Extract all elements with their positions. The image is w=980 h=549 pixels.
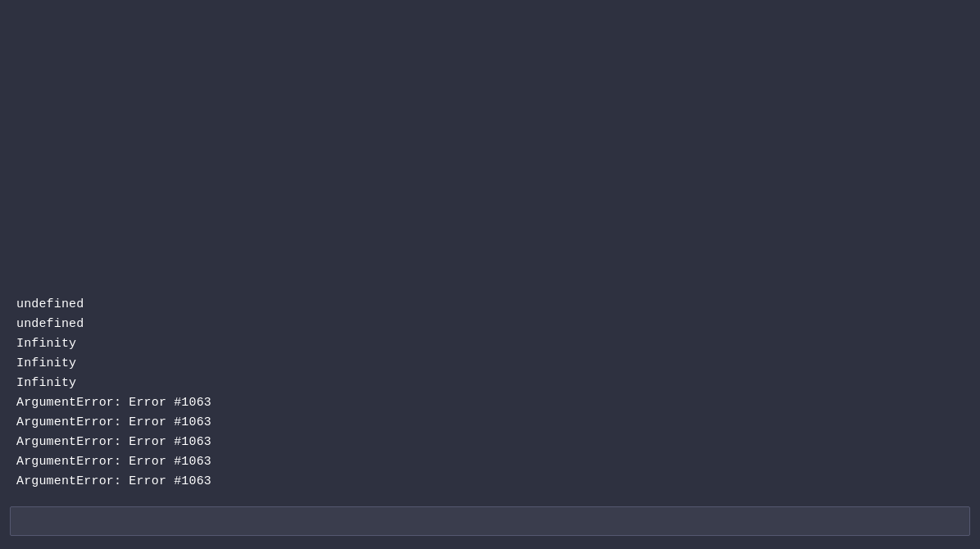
console-line: undefined — [16, 295, 964, 315]
console-line: ArgumentError: Error #1063 — [16, 433, 964, 452]
console-input[interactable] — [17, 515, 963, 528]
console-line: ArgumentError: Error #1063 — [16, 472, 964, 492]
console-output: undefined undefined Infinity Infinity In… — [0, 0, 980, 500]
console-line: Infinity — [16, 334, 964, 354]
console-line: ArgumentError: Error #1063 — [16, 393, 964, 413]
console-line: Infinity — [16, 354, 964, 374]
console-input-area[interactable] — [10, 506, 970, 536]
console-line: undefined — [16, 315, 964, 334]
console-line: ArgumentError: Error #1063 — [16, 452, 964, 472]
console-line: Infinity — [16, 374, 964, 393]
console-container: undefined undefined Infinity Infinity In… — [0, 0, 980, 549]
console-line: ArgumentError: Error #1063 — [16, 413, 964, 433]
